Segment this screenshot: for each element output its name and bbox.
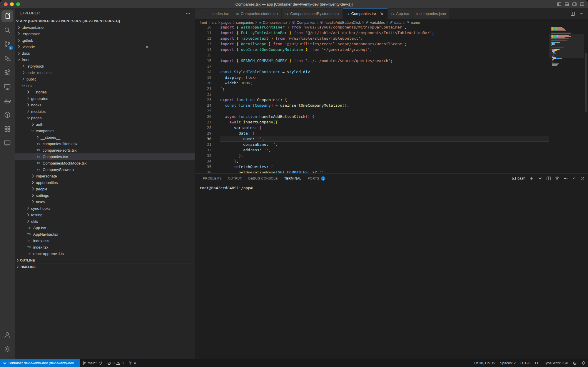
tree-item-companies-filters-tsx[interactable]: TScompanies-filters.tsx [15,140,195,147]
line-number-13[interactable]: 13 [195,41,211,47]
line-number-23[interactable]: 23 [195,97,211,103]
panel-tab-output[interactable]: OUTPUT [225,174,245,183]
panel-tab-problems[interactable]: PROBLEMS [200,174,225,183]
tree-item-companyshow-tsx[interactable]: TSCompanyShow.tsx [15,166,195,173]
tree-item-stories[interactable]: __stories__ [15,89,195,95]
tree-item-stories[interactable]: __stories__ [15,134,195,140]
activity-containers-button[interactable] [1,109,13,121]
split-terminal-icon[interactable] [546,176,551,181]
tree-item-docs[interactable]: docs [15,50,195,56]
line-number-12[interactable]: 12 [195,36,211,41]
customize-layout-icon[interactable] [580,2,584,6]
line-number-19[interactable]: 19 [195,75,211,80]
remote-indicator[interactable]: ><Container dev-twenty-dev (dev-twenty-d… [0,359,80,367]
breadcrumb-companies[interactable]: Companies [292,21,315,25]
code-line-11[interactable]: import { EntityTableActionBar } from '@/… [220,30,549,36]
line-number-36[interactable]: 36 [195,170,211,173]
activity-run-and-debug-button[interactable] [1,53,13,64]
tab-companies-tsx[interactable]: TSCompanies.tsx [343,9,388,19]
activity-settings-button[interactable] [1,343,13,355]
tree-item-app-tsx[interactable]: TSApp.tsx [15,224,195,231]
line-number-24[interactable]: 24 [195,103,211,108]
code-line-20[interactable]: width: 100%; [220,80,549,86]
status-typescript-jsx[interactable]: TypeScript JSX [542,359,570,367]
tab-companies-stories-tsx[interactable]: TSCompanies.stories.tsx [232,9,282,19]
tree-item-companies-sorts-tsx[interactable]: TScompanies-sorts.tsx [15,147,195,153]
ports-indicator[interactable]: 4 [126,359,138,367]
breadcrumb-variables[interactable]: variables [365,21,385,25]
activity-source-control-button[interactable]: 1 [1,38,13,50]
tree-item-sync-hooks[interactable]: sync-hooks [15,205,195,212]
code-line-30[interactable]: name: '', [220,136,549,142]
tree-item-auth[interactable]: auth [15,121,195,128]
problems-indicator[interactable]: 00 [105,359,126,367]
status-lf[interactable]: LF [533,359,542,367]
code-line-17[interactable] [220,63,549,69]
zoom-window-button[interactable] [16,2,20,6]
section-timeline[interactable]: TIMELINE [15,263,195,270]
tree-item-storybook[interactable]: .storybook [15,63,195,69]
line-number-26[interactable]: 26 [195,114,211,119]
breadcrumb-data[interactable]: data [390,21,401,25]
editor-gutter[interactable]: 1011121314151617181920212223242526272829… [195,26,220,173]
tree-item-index-css[interactable]: #index.css [15,237,195,244]
tree-item-src[interactable]: src [15,82,195,89]
toggle-primary-sidebar-icon[interactable] [557,2,562,6]
tree-item-public[interactable]: public [15,76,195,82]
code-line-36[interactable]: getOperationName(GET_COMPANIES) ?? '', [220,170,549,173]
tree-item-testing[interactable]: testing [15,212,195,218]
activity-docker-button[interactable] [1,95,13,107]
panel-tab-debug-console[interactable]: DEBUG CONSOLE [245,174,281,183]
tree-item-tasks[interactable]: tasks [15,199,195,205]
code-line-29[interactable]: data: { [220,130,549,136]
line-number-21[interactable]: 21 [195,86,211,91]
editor[interactable]: 1011121314151617181920212223242526272829… [195,26,588,173]
tree-item-front[interactable]: front [15,56,195,63]
tree-item-generated[interactable]: generated [15,95,195,102]
line-number-17[interactable]: 17 [195,63,211,69]
code-line-14[interactable]: import { useInsertOneCompanyMutation } f… [220,47,549,52]
minimize-window-button[interactable] [10,2,14,6]
code-line-28[interactable]: variables: { [220,125,549,130]
workspace-section-header[interactable]: APP [CONTAINER DEV-TWENTY-DEV (DEV-TWENT… [15,18,195,24]
close-window-button[interactable] [4,2,8,6]
section-outline[interactable]: OUTLINE [15,257,195,263]
activity-extensions-button[interactable] [1,67,13,78]
activity-comments-button[interactable] [1,137,13,149]
tree-item-impersonate[interactable]: impersonate [15,173,195,179]
breadcrumb-front[interactable]: front [200,21,207,25]
line-number-22[interactable]: 22 [195,91,211,97]
line-number-10[interactable]: 10 [195,26,211,30]
code-line-26[interactable]: async function handleAddButtonClick() { [220,114,549,119]
line-number-32[interactable]: 32 [195,147,211,153]
line-number-11[interactable]: 11 [195,30,211,36]
tree-item-companies-tsx[interactable]: TSCompanies.tsx [15,153,195,160]
more-actions-icon[interactable] [563,176,568,181]
code-line-25[interactable] [220,108,549,114]
activity-search-button[interactable] [1,24,13,36]
line-number-33[interactable]: 33 [195,153,211,158]
code-line-18[interactable]: const StyledTableContainer = styled.div` [220,69,549,75]
status-utf-8[interactable]: UTF-8 [518,359,533,367]
code-line-16[interactable]: import { SEARCH_COMPANY_QUERY } from '..… [220,58,549,63]
code-line-12[interactable]: import { TableContext } from '@/ui/table… [220,36,549,41]
code-line-19[interactable]: display: flex; [220,75,549,80]
code-line-27[interactable]: await insertCompany({ [220,119,549,125]
line-number-35[interactable]: 35 [195,164,211,170]
breadcrumb-companies-tsx[interactable]: TSCompanies.tsx [258,21,287,25]
line-number-16[interactable]: 16 [195,58,211,63]
tree-item-github[interactable]: .github [15,37,195,43]
tab-companies-sortby-stories-tsx[interactable]: TSCompanies.sortBy.stories.tsx [282,9,343,19]
more-actions-icon[interactable] [579,11,584,16]
tree-item-vscode[interactable]: .vscode [15,43,195,50]
tree-item-node-modules[interactable]: node_modules [15,69,195,76]
breadcrumb-companies[interactable]: companies [236,21,254,25]
tree-item-ergomake[interactable]: .ergomake [15,31,195,37]
tree-item-devcontainer[interactable]: .devcontainer [15,24,195,31]
branch-indicator[interactable]: main* [80,359,105,367]
new-terminal-icon[interactable] [529,176,534,181]
status-spaces-2[interactable]: Spaces: 2 [498,359,518,367]
editor-scrollbar[interactable] [584,26,588,173]
line-number-14[interactable]: 14 [195,47,211,52]
code-line-22[interactable] [220,91,549,97]
